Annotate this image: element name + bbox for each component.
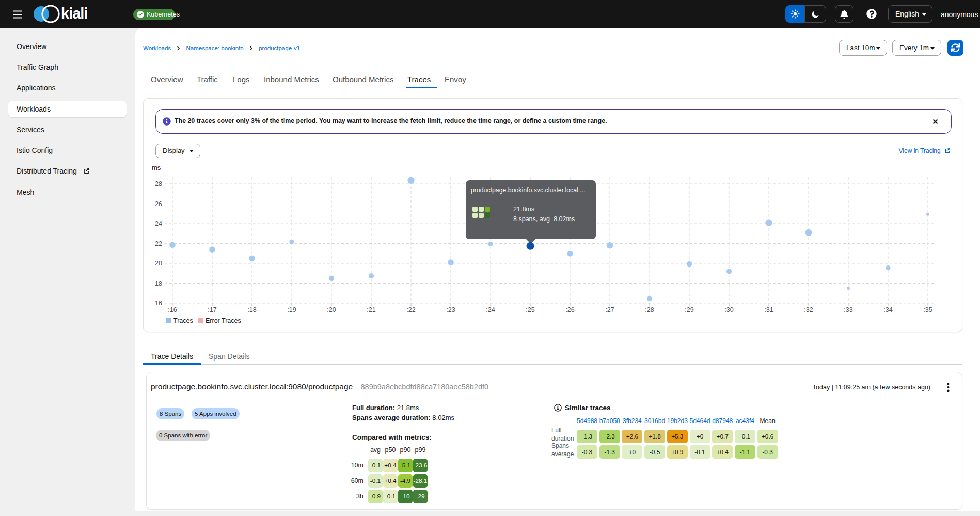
- svg-text:22: 22: [155, 240, 162, 247]
- svg-text::23: :23: [446, 306, 455, 314]
- svg-text::19: :19: [287, 306, 296, 314]
- svg-text:28: 28: [155, 180, 162, 187]
- svg-text::16: :16: [168, 306, 177, 314]
- svg-text::28: :28: [645, 306, 654, 314]
- svg-text::30: :30: [724, 306, 733, 314]
- svg-text:18: 18: [155, 280, 162, 287]
- svg-text::27: :27: [605, 306, 614, 314]
- svg-text::35: :35: [923, 306, 932, 314]
- svg-text::24: :24: [486, 306, 495, 314]
- svg-text::26: :26: [565, 306, 574, 314]
- svg-text:26: 26: [155, 200, 162, 208]
- svg-text::17: :17: [208, 306, 216, 314]
- svg-text:24: 24: [155, 220, 162, 227]
- svg-text:Traces: Traces: [173, 317, 193, 324]
- svg-text:ms: ms: [152, 164, 161, 171]
- svg-text::32: :32: [804, 306, 813, 314]
- svg-text:Error Traces: Error Traces: [206, 317, 241, 324]
- svg-text::18: :18: [247, 306, 256, 314]
- svg-text:20: 20: [155, 260, 162, 267]
- svg-text:21.8ms: 21.8ms: [513, 206, 534, 213]
- svg-text:8 spans, avg=8.02ms: 8 spans, avg=8.02ms: [513, 215, 575, 223]
- svg-text::25: :25: [526, 306, 534, 314]
- svg-text::31: :31: [764, 306, 773, 314]
- svg-text::29: :29: [685, 306, 693, 314]
- svg-text::33: :33: [844, 306, 852, 314]
- svg-text::21: :21: [367, 306, 375, 314]
- svg-text::22: :22: [406, 306, 415, 314]
- svg-text::34: :34: [883, 306, 892, 314]
- svg-text:productpage.bookinfo.svc.clust: productpage.bookinfo.svc.cluster.local:.…: [471, 186, 585, 194]
- svg-text:16: 16: [155, 300, 162, 307]
- svg-text::20: :20: [327, 306, 336, 314]
